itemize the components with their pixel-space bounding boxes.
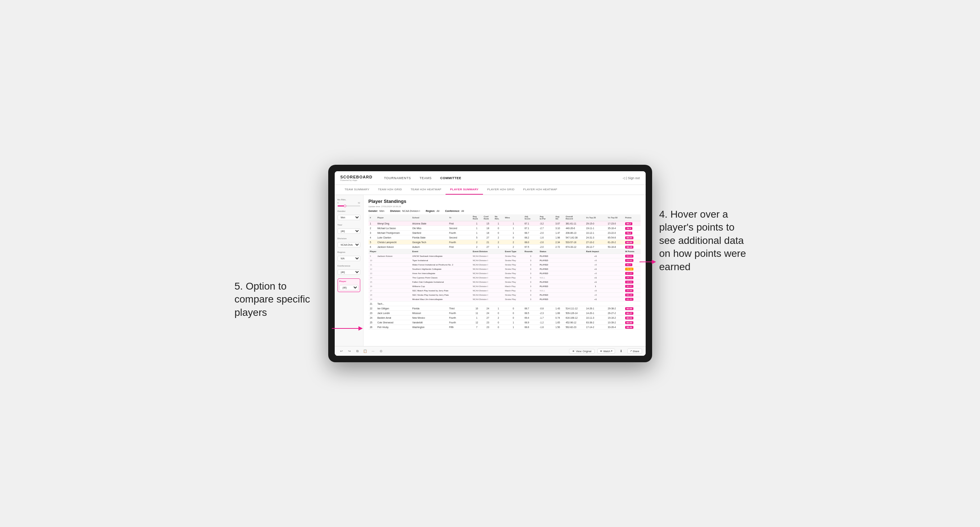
division-select[interactable]: NCAA Division I [337, 242, 360, 248]
cell-vs25: 29-15-0 [585, 221, 606, 226]
year-select[interactable]: (All) [337, 229, 360, 234]
event-row[interactable]: 15 Fallen Oak Collegiate Invitational NC… [369, 280, 641, 284]
cell-school: Arizona State [411, 221, 448, 226]
watch-icon: 👁 [600, 350, 603, 352]
download-icon[interactable]: ⬇ [618, 348, 624, 354]
no-rds-thumb[interactable] [344, 205, 346, 207]
undo-redo-group: ↩ ↪ ⧉ 📋 ··· ⊙ [338, 348, 384, 354]
copy-icon[interactable]: ⧉ [354, 348, 361, 354]
view-original-label: View: Original [576, 350, 591, 352]
event-header-row: Player Event Event Division Event Type R… [369, 249, 641, 254]
tab-team-h2h-grid[interactable]: TEAM H2H GRID [374, 185, 406, 195]
col-num: # [369, 214, 376, 221]
no-rds-max: 52 [358, 202, 360, 204]
sign-out-link[interactable]: ◁ | Sign out [623, 176, 640, 180]
table-header: # Player School Yr RegRank ConfRank NoRd… [369, 214, 641, 221]
app-header: SCOREBOARD Powered by clippi TOURNAMENTS… [335, 171, 646, 185]
filter-division: Division: NCAA Division I [390, 210, 420, 212]
watch-button[interactable]: 👁 Watch ▾ [597, 349, 615, 354]
table-row[interactable]: 25Cole SherwoodVanderbiltFourth 1223 01 … [369, 320, 641, 325]
event-row[interactable]: 12 Southern Highlands Collegiate NCAA Di… [369, 267, 641, 271]
view-original-button[interactable]: 👁 View: Original [569, 349, 595, 354]
update-time: Update time: 27/01/2024 16:56:26 [369, 205, 406, 208]
table-row[interactable]: 6Jackson KoivunAuburnFirst 227 12 67.5-2… [369, 244, 641, 249]
tab-player-summary[interactable]: PLAYER SUMMARY [445, 185, 483, 195]
share-button[interactable]: ↗ Share [627, 349, 642, 354]
cell-reg-rank: 1 [471, 221, 483, 226]
more-icon[interactable]: ··· [370, 348, 377, 354]
table-row[interactable]: 4Luke ClantonFlorida StateSecond 527 20 … [369, 235, 641, 240]
main-content: No Rds. 4 52 Gender Men [335, 195, 646, 346]
event-row[interactable]: 13 Amer Am Intercollegiate NCAA Division… [369, 271, 641, 276]
sidebar-year: Year (All) [337, 224, 360, 234]
cell-par: -3.2 [538, 221, 554, 226]
col-points: Points [624, 214, 641, 221]
player-select[interactable]: (All) [339, 285, 358, 290]
share-icon: ↗ [630, 350, 632, 352]
app-logo: SCOREBOARD [340, 175, 372, 179]
nav-tournaments[interactable]: TOURNAMENTS [380, 171, 415, 185]
page-title: Player Standings [369, 198, 406, 204]
header-right: ◁ | Sign out [623, 176, 640, 180]
col-avg-par: Avgto-Par [538, 214, 554, 221]
table-row[interactable]: 23Jack LundinMissouriFourth 1124 00 68.5… [369, 311, 641, 316]
undo-icon[interactable]: ↩ [338, 348, 345, 354]
table-row[interactable]: 21Tach... [369, 302, 641, 306]
col-vs25: Vs Top 25 [585, 214, 606, 221]
event-row[interactable]: 18 SEC Stroke Play hosted by Jerry Pate … [369, 293, 641, 297]
nav-committee[interactable]: COMMITTEE [436, 171, 466, 185]
no-rds-label: No Rds. [337, 198, 360, 201]
gender-label: Gender [337, 210, 360, 212]
tab-team-summary[interactable]: TEAM SUMMARY [340, 185, 374, 195]
tab-player-h2h-grid[interactable]: PLAYER H2H GRID [483, 185, 519, 195]
event-row[interactable]: 19 Mirabel Maui Jim Intercollegiate NCAA… [369, 297, 641, 302]
main-nav: TOURNAMENTS TEAMS COMMITTEE [380, 171, 623, 185]
year-label: Year [337, 224, 360, 226]
cell-yr: First [448, 221, 471, 226]
event-row[interactable]: 9 Jackson Koivun UNCW Seahawk Intercolle… [369, 254, 641, 258]
event-row[interactable]: 11 Wake Forest Invitational at Pinehurst… [369, 263, 641, 267]
cell-adj: 67.1 [523, 221, 538, 226]
table-row[interactable]: 2Michael La SassoOle MissSecond 118 01 6… [369, 226, 641, 230]
no-rds-track[interactable] [337, 205, 360, 206]
paste-icon[interactable]: 📋 [362, 348, 369, 354]
cell-points[interactable]: 88.2 [624, 221, 641, 226]
event-row[interactable]: 14 The Cypress Point Classic NCAA Divisi… [369, 276, 641, 280]
tab-team-h2h-heatmap[interactable]: TEAM H2H HEATMAP [406, 185, 446, 195]
sidebar-no-rds: No Rds. 4 52 [337, 198, 360, 206]
table-row[interactable]: 3Michael ThorbjornsenStanfordFourth 118 … [369, 230, 641, 235]
event-row[interactable]: 10 Tiger Invitational NCAA Division I St… [369, 258, 641, 263]
annotation-left: 5. Option to compare specific players [235, 280, 317, 319]
tablet-frame: SCOREBOARD Powered by clippi TOURNAMENTS… [328, 165, 652, 362]
table-row[interactable]: 22Ian GilliganFloridaThird 1024 10 68.7-… [369, 306, 641, 311]
table-area: Player Standings Update time: 27/01/2024… [363, 195, 646, 346]
gender-select[interactable]: Men [337, 215, 360, 220]
col-vs50: Vs Top 50 [606, 214, 624, 221]
col-reg-rank: RegRank [471, 214, 483, 221]
app-logo-sub: Powered by clippi [340, 179, 372, 181]
table-row[interactable]: 24Bastien AmatNew MexicoFourth 127 20 69… [369, 316, 641, 320]
col-no-rds: NoRds. [493, 214, 503, 221]
redo-icon[interactable]: ↪ [346, 348, 353, 354]
col-adj-score: Adj.Score [523, 214, 538, 221]
table-row[interactable]: 1 Wenyi Ding Arizona State First 1 15 1 … [369, 221, 641, 226]
cell-record: 381-61-11 [564, 221, 585, 226]
footer-toolbar: ↩ ↪ ⧉ 📋 ··· ⊙ 👁 View: Original 👁 Watch ▾ [335, 346, 646, 356]
eye-icon: 👁 [572, 350, 575, 352]
tablet-screen: SCOREBOARD Powered by clippi TOURNAMENTS… [335, 171, 646, 356]
sub-nav: TEAM SUMMARY TEAM H2H GRID TEAM H2H HEAT… [335, 185, 646, 195]
event-row[interactable]: 16 Williams Cup NCAA Division I Match Pl… [369, 284, 641, 289]
col-yr: Yr [448, 214, 471, 221]
col-conf-rank: ConfRank [482, 214, 493, 221]
tab-player-h2h-heatmap[interactable]: PLAYER H2H HEATMAP [519, 185, 562, 195]
cell-sg: 3.07 [554, 221, 564, 226]
sidebar-division: Division NCAA Division I [337, 237, 360, 248]
nav-teams[interactable]: TEAMS [415, 171, 436, 185]
watch-label: Watch [603, 350, 610, 352]
table-row[interactable]: 5Christo LamprechtGeorgia TechFourth 221… [369, 240, 641, 244]
event-row[interactable]: 17 SEC Match Play hosted by Jerry Pate N… [369, 289, 641, 293]
clock-icon[interactable]: ⊙ [378, 348, 384, 354]
table-row[interactable]: 26Petr HrubyWashingtonFifth 723 01 68.6-… [369, 325, 641, 330]
conference-select[interactable]: (All) [337, 270, 360, 275]
region-select[interactable]: N/A [337, 256, 360, 261]
